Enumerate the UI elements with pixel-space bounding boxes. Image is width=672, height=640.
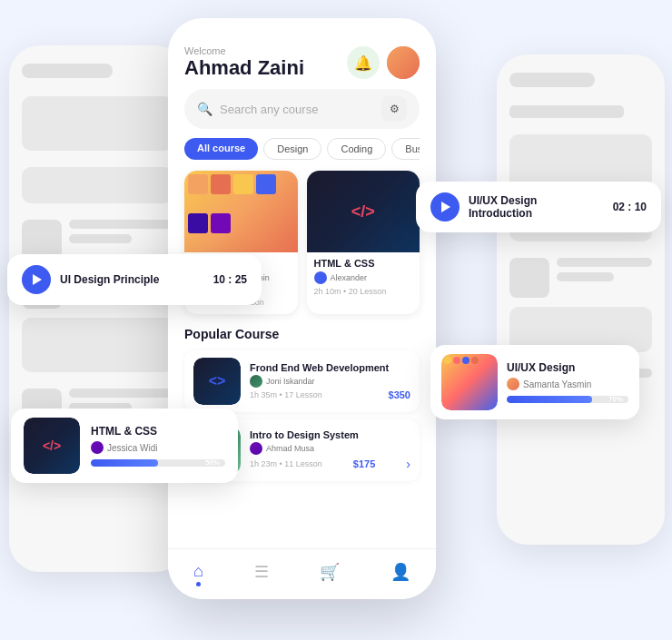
avatar-image xyxy=(387,46,420,79)
nav-cart[interactable]: 🛒 xyxy=(320,560,340,582)
skeleton-row-r1 xyxy=(509,258,652,298)
welcome-label: Welcome xyxy=(184,45,304,56)
float-card-ui-principle-title: UI Design Principle xyxy=(60,273,204,286)
skeleton-block-1 xyxy=(22,96,173,151)
popular-course-frontend[interactable]: <> Frond End Web Development Joni Iskand… xyxy=(184,350,420,412)
instructor-avatar-htmlcss xyxy=(314,271,327,284)
play-triangle-icon-2 xyxy=(33,274,42,285)
cart-icon: 🛒 xyxy=(320,562,340,582)
popular-inst-frontend: Joni Iskandar xyxy=(266,377,315,386)
phone-right-bg xyxy=(497,54,665,545)
play-triangle-icon xyxy=(441,202,450,212)
float-uiux-progress-label: 70% xyxy=(608,396,623,403)
play-button-uiux-intro[interactable] xyxy=(430,192,460,222)
course-arrow-button[interactable]: › xyxy=(406,457,410,471)
skeleton-block-r1 xyxy=(509,134,652,189)
course-thumb-htmlcss: </> xyxy=(307,171,420,252)
float-uiux-progress-bar: 70% xyxy=(507,396,628,403)
float-uiux-instructor: Samanta Yasmin xyxy=(523,379,591,389)
filter-button[interactable]: ⚙ xyxy=(381,96,407,122)
popular-duration-frontend: 1h 35m • 17 Lesson xyxy=(250,390,322,399)
course-title-htmlcss: HTML & CSS xyxy=(314,258,413,269)
float-uiux-progress-fill xyxy=(507,396,592,403)
nav-home[interactable]: ⌂ xyxy=(193,560,203,581)
nav-docs[interactable]: ☰ xyxy=(254,560,269,582)
bell-icon: 🔔 xyxy=(354,54,372,72)
float-thumb-uiux xyxy=(441,354,498,410)
docs-icon: ☰ xyxy=(254,562,269,582)
phone-left-bg xyxy=(9,45,186,572)
float-htmlcss-instructor: Jessica Widi xyxy=(107,443,158,453)
popular-inst-design-system: Ahmad Musa xyxy=(266,444,314,453)
popular-title-frontend: Frond End Web Development xyxy=(250,362,410,373)
skeleton-text-1 xyxy=(22,64,113,78)
popular-price-design-system: $175 xyxy=(353,458,375,469)
avatar[interactable] xyxy=(387,46,420,79)
nav-active-indicator xyxy=(196,582,201,586)
search-icon: 🔍 xyxy=(197,102,212,116)
nav-profile[interactable]: 👤 xyxy=(390,560,410,582)
float-htmlcss-progress-bar: 50% xyxy=(91,459,225,467)
float-htmlcss-progress-label: 50% xyxy=(205,459,220,467)
play-button-ui-principle[interactable] xyxy=(22,265,51,294)
filter-icon: ⚙ xyxy=(390,103,400,115)
popular-avatar-design-system xyxy=(250,442,262,455)
float-card-htmlcss[interactable]: </> HTML & CSS Jessica Widi 50% xyxy=(11,409,238,483)
skeleton-block-2 xyxy=(22,167,173,203)
float-card-ui-principle[interactable]: UI Design Principle 10 : 25 xyxy=(7,254,262,305)
header: Welcome Ahmad Zaini 🔔 xyxy=(184,45,420,80)
popular-avatar-frontend xyxy=(250,375,262,388)
float-uiux-title: UI/UX Design xyxy=(507,361,628,374)
category-pill-coding[interactable]: Coding xyxy=(327,138,386,160)
float-card-uiux-design[interactable]: UI/UX Design Samanta Yasmin 70% xyxy=(430,345,639,419)
float-card-uiux-intro[interactable]: UI/UX Design Introduction 02 : 10 xyxy=(416,182,661,232)
category-pills: All course Design Coding Business 3D M.. xyxy=(184,138,420,160)
skeleton-block-3 xyxy=(22,318,173,372)
float-uiux-avatar xyxy=(507,378,519,390)
profile-icon: 👤 xyxy=(390,562,410,582)
course-card-htmlcss[interactable]: </> HTML & CSS Alexander 2h 10m • 20 Les… xyxy=(307,171,420,314)
skeleton-sq-r1 xyxy=(509,258,549,298)
phone-notch xyxy=(262,18,343,38)
popular-duration-design-system: 1h 23m • 11 Lesson xyxy=(250,459,322,468)
float-card-uiux-intro-title: UI/UX Design Introduction xyxy=(469,194,604,220)
instructor-name-htmlcss: Alexander xyxy=(331,273,368,282)
user-name: Ahmad Zaini xyxy=(184,56,304,80)
search-bar[interactable]: 🔍 Search any course ⚙ xyxy=(184,89,420,129)
home-icon: ⌂ xyxy=(193,562,203,581)
category-pill-all[interactable]: All course xyxy=(184,138,258,160)
float-htmlcss-title: HTML & CSS xyxy=(91,425,225,438)
float-card-ui-principle-time: 10 : 25 xyxy=(213,273,247,286)
popular-thumb-frontend: <> xyxy=(193,358,241,405)
popular-price-frontend: $350 xyxy=(389,389,410,400)
search-placeholder: Search any course xyxy=(220,103,374,116)
float-htmlcss-thumb: </> xyxy=(24,418,80,474)
category-pill-business[interactable]: Business xyxy=(391,138,420,160)
course-duration-htmlcss: 2h 10m • 20 Lesson xyxy=(314,287,413,296)
bottom-nav: ⌂ ☰ 🛒 👤 xyxy=(168,548,436,599)
float-htmlcss-avatar xyxy=(91,441,104,454)
float-card-uiux-intro-time: 02 : 10 xyxy=(613,201,647,213)
float-htmlcss-progress-fill xyxy=(91,459,158,467)
popular-title-design-system: Intro to Design System xyxy=(250,429,410,440)
course-thumb-design xyxy=(184,171,298,252)
popular-section-title: Popular Course xyxy=(184,327,420,341)
notification-button[interactable]: 🔔 xyxy=(347,46,380,79)
phone-main: Welcome Ahmad Zaini 🔔 🔍 Search any cours… xyxy=(168,18,436,599)
skeleton-text-r1 xyxy=(509,73,595,87)
category-pill-design[interactable]: Design xyxy=(263,138,321,160)
